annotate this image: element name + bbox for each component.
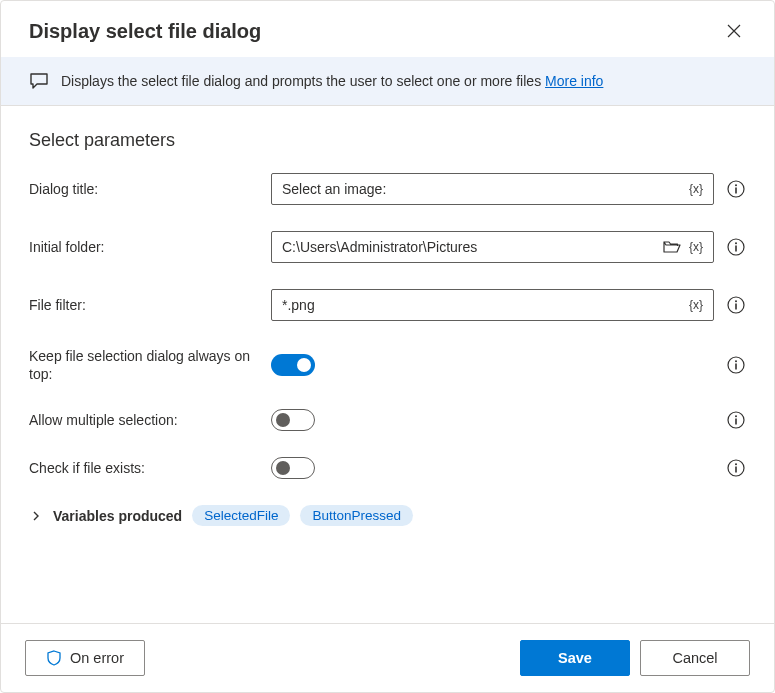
row-dialog-title: Dialog title: {x} [29,173,746,205]
svg-rect-8 [735,304,737,310]
help-always-on-top[interactable] [726,355,746,375]
row-initial-folder: Initial folder: {x} [29,231,746,263]
info-banner: Displays the select file dialog and prom… [1,57,774,106]
variables-label: Variables produced [53,508,182,524]
label-allow-multiple: Allow multiple selection: [29,411,259,429]
dialog-root: Display select file dialog Displays the … [0,0,775,693]
variable-pill-selectedfile[interactable]: SelectedFile [192,505,290,526]
info-icon [727,459,745,477]
input-wrapper-dialog-title: {x} [271,173,714,205]
svg-point-1 [735,184,737,186]
label-initial-folder: Initial folder: [29,238,259,256]
label-file-filter: File filter: [29,296,259,314]
info-icon [727,180,745,198]
dialog-content: Select parameters Dialog title: {x} Init… [1,106,774,623]
variables-expand[interactable] [29,509,43,523]
on-error-label: On error [70,650,124,666]
input-file-filter[interactable] [282,297,689,313]
svg-point-7 [735,300,737,302]
dialog-title: Display select file dialog [29,20,261,43]
browse-folder-button[interactable] [663,240,681,254]
banner-description: Displays the select file dialog and prom… [61,73,545,89]
variable-pill-buttonpressed[interactable]: ButtonPressed [300,505,413,526]
toggle-allow-multiple[interactable] [271,409,315,431]
chevron-right-icon [31,511,41,521]
svg-point-16 [735,464,737,466]
input-wrapper-file-filter: {x} [271,289,714,321]
svg-point-10 [735,360,737,362]
label-always-on-top: Keep file selection dialog always on top… [29,347,259,383]
variable-icon[interactable]: {x} [689,298,703,312]
info-icon [727,356,745,374]
section-title: Select parameters [29,130,746,151]
svg-point-4 [735,242,737,244]
row-always-on-top: Keep file selection dialog always on top… [29,347,746,383]
variable-icon[interactable]: {x} [689,182,703,196]
help-initial-folder[interactable] [726,237,746,257]
comment-icon [29,71,49,91]
more-info-link[interactable]: More info [545,73,603,89]
help-allow-multiple[interactable] [726,410,746,430]
info-icon [727,296,745,314]
folder-open-icon [663,240,681,254]
banner-text: Displays the select file dialog and prom… [61,73,746,89]
row-file-filter: File filter: {x} [29,289,746,321]
info-icon [727,411,745,429]
info-icon [727,238,745,256]
cancel-label: Cancel [672,650,717,666]
label-dialog-title: Dialog title: [29,180,259,198]
svg-point-13 [735,416,737,418]
close-button[interactable] [722,19,746,43]
svg-rect-2 [735,188,737,194]
help-file-filter[interactable] [726,295,746,315]
cancel-button[interactable]: Cancel [640,640,750,676]
input-wrapper-initial-folder: {x} [271,231,714,263]
on-error-button[interactable]: On error [25,640,145,676]
row-check-exists: Check if file exists: [29,457,746,479]
help-check-exists[interactable] [726,458,746,478]
svg-rect-17 [735,467,737,473]
dialog-footer: On error Save Cancel [1,623,774,692]
variables-row: Variables produced SelectedFile ButtonPr… [29,505,746,526]
input-dialog-title[interactable] [282,181,689,197]
save-button[interactable]: Save [520,640,630,676]
input-initial-folder[interactable] [282,239,663,255]
shield-icon [46,650,62,666]
variable-icon[interactable]: {x} [689,240,703,254]
toggle-always-on-top[interactable] [271,354,315,376]
dialog-header: Display select file dialog [1,1,774,57]
label-check-exists: Check if file exists: [29,459,259,477]
save-label: Save [558,650,592,666]
svg-rect-5 [735,246,737,252]
row-allow-multiple: Allow multiple selection: [29,409,746,431]
svg-rect-11 [735,364,737,370]
help-dialog-title[interactable] [726,179,746,199]
close-icon [727,24,741,38]
svg-rect-14 [735,419,737,425]
toggle-check-exists[interactable] [271,457,315,479]
